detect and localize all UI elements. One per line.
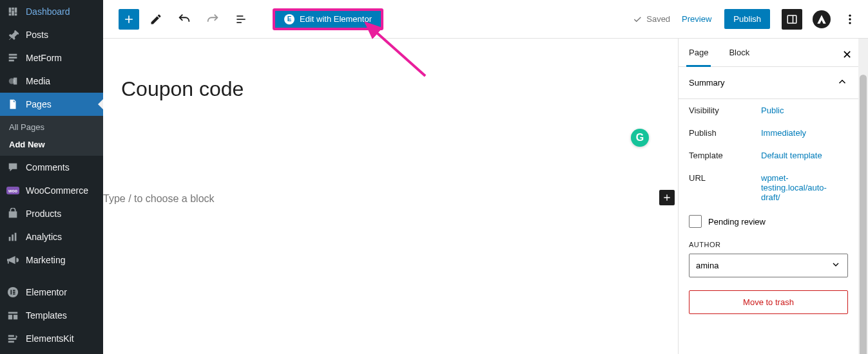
row-template: Template Default template	[679, 144, 858, 167]
sidebar-item-label: Dashboard	[26, 6, 70, 17]
template-value[interactable]: Default template	[761, 151, 822, 160]
svg-rect-24	[787, 15, 796, 23]
products-icon	[6, 207, 19, 220]
url-value[interactable]: wpmet-testing.local/auto-draft/	[761, 173, 845, 202]
sidebar-item-label: Media	[26, 76, 50, 86]
sidebar-item-analytics[interactable]: Analytics	[0, 225, 103, 248]
svg-text:woo: woo	[8, 189, 17, 193]
svg-rect-6	[9, 211, 17, 218]
svg-rect-14	[13, 293, 15, 295]
astra-icon[interactable]	[813, 10, 831, 28]
publish-value[interactable]: Immediately	[761, 128, 806, 138]
sidebar-item-label: Posts	[26, 30, 48, 40]
scrollbar[interactable]	[858, 39, 868, 354]
marketing-icon	[6, 254, 19, 266]
sidebar-item-templates[interactable]: Templates	[0, 304, 103, 327]
edit-mode-icon[interactable]	[144, 8, 168, 31]
media-icon	[6, 75, 19, 88]
sidebar-item-elementskit[interactable]: ElementsKit	[0, 327, 103, 350]
svg-rect-15	[8, 312, 17, 314]
add-block-button[interactable]	[119, 9, 139, 30]
sidebar-item-media[interactable]: Media	[0, 70, 103, 93]
page-title[interactable]: Coupon code	[121, 77, 678, 101]
redo-button[interactable]	[201, 8, 224, 31]
elementor-logo-icon: E	[284, 14, 294, 24]
svg-rect-23	[236, 22, 242, 23]
document-overview-button[interactable]	[229, 8, 253, 31]
close-panel-button[interactable]: ✕	[842, 48, 852, 62]
sidebar-item-marketing[interactable]: Marketing	[0, 248, 103, 272]
sidebar-item-elementor[interactable]: Elementor	[0, 281, 103, 304]
sidebar-item-woocommerce[interactable]: woo WooCommerce	[0, 179, 103, 202]
undo-button[interactable]	[173, 8, 196, 31]
sidebar-item-label: WooCommerce	[26, 185, 88, 196]
sidebar-item-comments[interactable]: Comments	[0, 156, 103, 179]
sidebar-item-metform[interactable]: MetForm	[0, 46, 103, 70]
chevron-up-icon	[836, 76, 848, 89]
svg-rect-7	[9, 237, 11, 241]
svg-rect-22	[236, 19, 245, 20]
grammarly-icon[interactable]: G	[631, 129, 649, 147]
sidebar-item-products[interactable]: Products	[0, 202, 103, 225]
row-label: Template	[689, 151, 761, 160]
sidebar-item-label: Products	[26, 209, 61, 219]
sidebar-item-label: MetForm	[26, 53, 62, 63]
form-icon	[6, 51, 19, 64]
panel-tabs: Page Block ✕	[679, 39, 858, 67]
summary-section-header[interactable]: Summary	[679, 67, 858, 99]
sidebar-item-pages[interactable]: Pages	[0, 93, 103, 116]
svg-rect-13	[13, 292, 15, 293]
sidebar-item-label: Comments	[26, 162, 70, 172]
svg-rect-19	[8, 338, 17, 340]
row-visibility: Visibility Public	[679, 99, 858, 122]
sidebar-item-dashboard[interactable]: Dashboard	[0, 0, 103, 23]
sidebar-item-label: Pages	[26, 99, 52, 109]
svg-point-27	[849, 18, 851, 20]
elementor-icon	[6, 286, 19, 299]
settings-sidebar-toggle[interactable]	[782, 9, 802, 30]
row-label: Publish	[689, 128, 761, 138]
sidebar-sub-add-new[interactable]: Add New	[0, 136, 103, 153]
svg-point-26	[849, 14, 851, 16]
pin-icon	[6, 28, 19, 41]
move-to-trash-button[interactable]: Move to trash	[689, 290, 848, 314]
pending-review-checkbox[interactable]	[689, 215, 702, 228]
pages-icon	[6, 98, 19, 111]
elementskit-icon	[6, 332, 19, 345]
editor-body: Coupon code Type / to choose a block G P…	[103, 39, 868, 354]
sidebar-item-label: Templates	[26, 310, 67, 321]
admin-sidebar: Dashboard Posts MetForm Media Pages All …	[0, 0, 103, 354]
edit-with-elementor-button[interactable]: E Edit with Elementor	[273, 9, 383, 30]
sidebar-item-label: Elementor	[26, 287, 67, 297]
dashboard-icon	[6, 5, 19, 18]
row-publish: Publish Immediately	[679, 122, 858, 144]
more-options-button[interactable]	[840, 9, 860, 30]
row-label: URL	[689, 173, 761, 183]
sidebar-sub-all-pages[interactable]: All Pages	[0, 118, 103, 136]
block-placeholder[interactable]: Type / to choose a block	[103, 193, 215, 205]
author-select[interactable]: amina	[689, 254, 848, 277]
saved-status: Saved	[632, 14, 670, 24]
row-url: URL wpmet-testing.local/auto-draft/	[679, 167, 858, 209]
tab-block[interactable]: Block	[719, 39, 760, 66]
add-block-inline-button[interactable]	[659, 190, 675, 205]
settings-panel: Page Block ✕ Summary Visibility Public P…	[678, 39, 858, 354]
svg-rect-1	[9, 57, 17, 59]
publish-button[interactable]: Publish	[724, 9, 770, 29]
visibility-value[interactable]: Public	[761, 106, 784, 115]
svg-rect-9	[15, 233, 17, 241]
tab-page[interactable]: Page	[679, 39, 719, 66]
editor-canvas[interactable]: Coupon code Type / to choose a block G	[103, 39, 678, 354]
svg-rect-20	[8, 341, 14, 343]
analytics-icon	[6, 230, 19, 243]
svg-rect-17	[14, 315, 17, 319]
editor-toolbar: E Edit with Elementor Saved Preview Publ…	[103, 0, 868, 39]
svg-rect-0	[9, 54, 17, 56]
row-label: Visibility	[689, 106, 761, 115]
svg-rect-16	[8, 315, 12, 319]
author-heading: AUTHOR	[679, 234, 858, 251]
sidebar-item-posts[interactable]: Posts	[0, 23, 103, 46]
elementor-button-label: Edit with Elementor	[300, 14, 372, 24]
preview-link[interactable]: Preview	[682, 14, 711, 24]
svg-rect-8	[12, 234, 14, 241]
